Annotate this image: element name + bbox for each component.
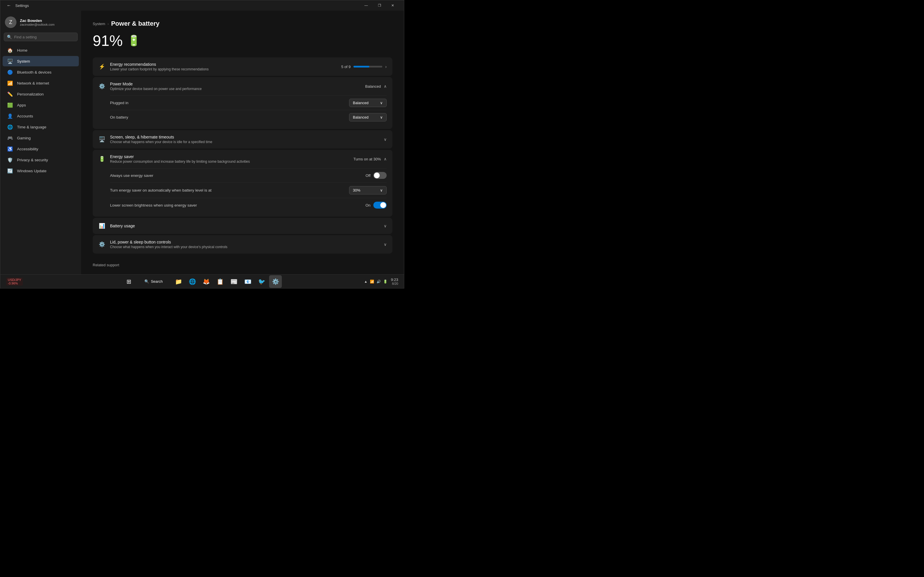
titlebar: ← Settings — ❐ ✕ bbox=[0, 0, 404, 11]
dropdown-chevron-icon: ∨ bbox=[380, 115, 383, 119]
bluetooth-icon: 🔵 bbox=[7, 69, 13, 75]
battery-percent: 91% bbox=[93, 32, 123, 49]
sidebar-item-label: Gaming bbox=[17, 136, 31, 140]
expand-tray-icon[interactable]: ▲ bbox=[364, 280, 368, 284]
minimize-button[interactable]: — bbox=[360, 0, 373, 11]
energy-saver-icon: 🔋 bbox=[99, 155, 105, 163]
auto-turn-on-dropdown[interactable]: 30% ∨ bbox=[349, 186, 387, 195]
battery-usage-icon: 📊 bbox=[99, 222, 105, 229]
user-info: Zac Bowden zacinsider@outlook.com bbox=[20, 18, 55, 26]
chevron-down-icon: ∨ bbox=[384, 224, 387, 228]
search-button[interactable]: 🔍 Search bbox=[136, 275, 171, 288]
user-profile[interactable]: Z Zac Bowden zacinsider@outlook.com bbox=[0, 11, 81, 32]
on-battery-dropdown[interactable]: Balanced ∨ bbox=[349, 113, 387, 121]
update-icon: 🔄 bbox=[7, 168, 13, 174]
sidebar-item-accounts[interactable]: 👤 Accounts bbox=[3, 111, 79, 121]
energy-saver-text: Energy saver Reduce power consumption an… bbox=[110, 154, 349, 164]
breadcrumb: System › Power & battery bbox=[93, 20, 393, 27]
always-use-toggle[interactable] bbox=[373, 172, 387, 179]
lid-power-header[interactable]: ⚙️ Lid, power & sleep button controls Ch… bbox=[93, 235, 393, 254]
time-icon: 🌐 bbox=[7, 124, 13, 130]
breadcrumb-separator: › bbox=[107, 22, 108, 26]
energy-saver-header[interactable]: 🔋 Energy saver Reduce power consumption … bbox=[93, 150, 393, 168]
maximize-button[interactable]: ❐ bbox=[373, 0, 386, 11]
sidebar-item-label: Windows Update bbox=[17, 169, 47, 173]
plugged-in-label: Plugged in bbox=[110, 101, 129, 105]
sidebar-item-personalization[interactable]: ✏️ Personalization bbox=[3, 89, 79, 99]
always-use-status: Off bbox=[365, 173, 370, 178]
sidebar-item-label: Time & language bbox=[17, 125, 47, 129]
taskbar-files[interactable]: 📁 bbox=[172, 275, 185, 288]
always-use-row: Always use energy saver Off bbox=[110, 168, 387, 182]
brightness-label: Lower screen brightness when using energ… bbox=[110, 203, 197, 208]
taskbar-edge[interactable]: 🌐 bbox=[186, 275, 199, 288]
time-display[interactable]: 9:23 8/20 bbox=[391, 277, 398, 285]
accessibility-icon: ♿ bbox=[7, 146, 13, 152]
lid-power-subtitle: Choose what happens when you interact wi… bbox=[110, 245, 379, 249]
taskbar-settings[interactable]: ⚙️ bbox=[269, 275, 282, 288]
sidebar-item-label: Privacy & security bbox=[17, 158, 48, 162]
battery-tray-icon: 🔋 bbox=[383, 280, 388, 284]
taskbar-mail[interactable]: 📧 bbox=[241, 275, 254, 288]
energy-saver-title: Energy saver bbox=[110, 154, 349, 159]
search-icon: 🔍 bbox=[144, 279, 149, 284]
sidebar-item-gaming[interactable]: 🎮 Gaming bbox=[3, 133, 79, 143]
sidebar-item-privacy[interactable]: 🛡️ Privacy & security bbox=[3, 155, 79, 165]
apps-icon: 🟩 bbox=[7, 102, 13, 108]
sidebar-item-bluetooth[interactable]: 🔵 Bluetooth & devices bbox=[3, 67, 79, 77]
chevron-down-icon: ∨ bbox=[384, 242, 387, 247]
search-input[interactable] bbox=[14, 35, 74, 39]
brightness-toggle[interactable] bbox=[373, 201, 387, 209]
wifi-icon: 📶 bbox=[370, 280, 374, 284]
plugged-in-dropdown[interactable]: Balanced ∨ bbox=[349, 99, 387, 107]
on-battery-label: On battery bbox=[110, 115, 128, 119]
taskbar-clipboard[interactable]: 📋 bbox=[214, 275, 226, 288]
start-button[interactable]: ⊞ bbox=[123, 275, 135, 288]
stock-change: -0.96% bbox=[8, 282, 18, 285]
energy-recommendations-header[interactable]: ⚡ Energy recommendations Lower your carb… bbox=[93, 57, 393, 76]
power-mode-header[interactable]: ⚙️ Power Mode Optimize your device based… bbox=[93, 77, 393, 95]
sidebar-item-label: Network & internet bbox=[17, 81, 49, 85]
sidebar-item-time[interactable]: 🌐 Time & language bbox=[3, 122, 79, 132]
privacy-icon: 🛡️ bbox=[7, 157, 13, 163]
sidebar-item-apps[interactable]: 🟩 Apps bbox=[3, 100, 79, 110]
energy-saver-status: Turns on at 30% bbox=[354, 157, 381, 161]
screen-sleep-subtitle: Choose what happens when your device is … bbox=[110, 140, 379, 144]
energy-rec-progress-bar bbox=[354, 66, 382, 68]
plugged-in-row: Plugged in Balanced ∨ bbox=[110, 95, 387, 110]
sidebar-item-update[interactable]: 🔄 Windows Update bbox=[3, 166, 79, 176]
sidebar-item-label: System bbox=[17, 59, 30, 63]
lid-power-card: ⚙️ Lid, power & sleep button controls Ch… bbox=[93, 235, 393, 254]
sidebar-item-system[interactable]: 🖥️ System bbox=[3, 56, 79, 66]
sidebar: Z Zac Bowden zacinsider@outlook.com 🔍 🏠 … bbox=[0, 11, 81, 274]
sidebar-item-label: Bluetooth & devices bbox=[17, 70, 52, 74]
sidebar-item-home[interactable]: 🏠 Home bbox=[3, 45, 79, 55]
energy-saver-card: 🔋 Energy saver Reduce power consumption … bbox=[93, 150, 393, 217]
power-mode-value: Balanced bbox=[365, 84, 381, 89]
screen-sleep-text: Screen, sleep, & hibernate timeouts Choo… bbox=[110, 135, 379, 144]
settings-window: ← Settings — ❐ ✕ Z Zac Bowden zacinsider… bbox=[0, 0, 404, 288]
energy-rec-progress-text: 5 of 9 bbox=[341, 64, 351, 69]
back-button[interactable]: ← bbox=[5, 2, 13, 10]
sidebar-item-network[interactable]: 📶 Network & internet bbox=[3, 78, 79, 88]
chevron-right-icon: › bbox=[385, 64, 387, 69]
brightness-status: On bbox=[365, 203, 370, 208]
page-title: Power & battery bbox=[111, 20, 160, 27]
breadcrumb-parent[interactable]: System bbox=[93, 22, 105, 26]
page-header: System › Power & battery 91% 🔋 bbox=[93, 20, 393, 49]
close-button[interactable]: ✕ bbox=[386, 0, 399, 11]
screen-sleep-header[interactable]: 🖥️ Screen, sleep, & hibernate timeouts C… bbox=[93, 130, 393, 148]
taskbar-firefox[interactable]: 🦊 bbox=[200, 275, 213, 288]
battery-usage-header[interactable]: 📊 Battery usage ∨ bbox=[93, 218, 393, 234]
auto-turn-on-value: 30% bbox=[353, 188, 360, 192]
energy-saver-subtitle: Reduce power consumption and increase ba… bbox=[110, 160, 349, 164]
screen-sleep-title: Screen, sleep, & hibernate timeouts bbox=[110, 135, 379, 139]
user-name: Zac Bowden bbox=[20, 18, 55, 23]
personalization-icon: ✏️ bbox=[7, 91, 13, 97]
taskbar-twitter[interactable]: 🐦 bbox=[255, 275, 268, 288]
power-mode-text: Power Mode Optimize your device based on… bbox=[110, 82, 361, 91]
sidebar-item-accessibility[interactable]: ♿ Accessibility bbox=[3, 143, 79, 154]
search-box[interactable]: 🔍 bbox=[4, 32, 78, 41]
taskbar-news[interactable]: 📰 bbox=[228, 275, 240, 288]
screen-sleep-icon: 🖥️ bbox=[99, 136, 105, 143]
